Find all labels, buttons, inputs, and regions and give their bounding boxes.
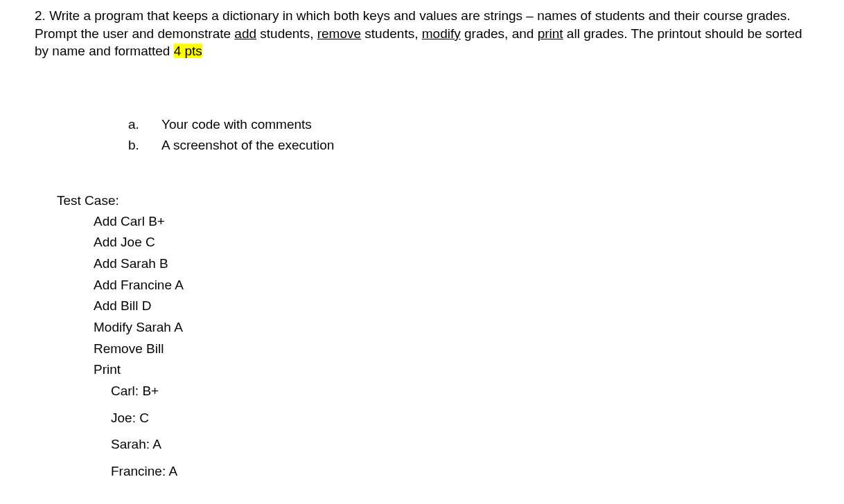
underline-remove: remove bbox=[317, 26, 361, 41]
question-text-3: students, bbox=[361, 26, 422, 41]
question-text-4: grades, and bbox=[461, 26, 538, 41]
underline-print: print bbox=[538, 26, 563, 41]
list-marker: b. bbox=[128, 136, 161, 154]
testcase-command: Add Joe C bbox=[94, 233, 809, 251]
testcase-command: Add Carl B+ bbox=[94, 213, 809, 231]
testcase-command: Print bbox=[94, 361, 809, 379]
testcase-command: Remove Bill bbox=[94, 340, 809, 358]
output-line: Joe: C bbox=[111, 409, 809, 427]
list-marker: a. bbox=[128, 116, 161, 134]
testcase-command: Add Francine A bbox=[94, 276, 809, 294]
question-number: 2. bbox=[35, 8, 46, 23]
testcase-commands: Add Carl B+ Add Joe C Add Sarah B Add Fr… bbox=[94, 213, 809, 379]
requirement-item: a. Your code with comments bbox=[128, 116, 809, 134]
question-prompt: 2. Write a program that keeps a dictiona… bbox=[35, 7, 809, 60]
output-line: Francine: A bbox=[111, 462, 809, 480]
testcase-command: Add Bill D bbox=[94, 297, 809, 315]
testcase-command: Add Sarah B bbox=[94, 255, 809, 273]
points-highlight: 4 pts bbox=[174, 44, 202, 58]
underline-add: add bbox=[234, 26, 256, 41]
list-text: A screenshot of the execution bbox=[161, 136, 334, 154]
testcase-command: Modify Sarah A bbox=[94, 318, 809, 336]
testcase-header: Test Case: bbox=[57, 192, 809, 210]
requirement-item: b. A screenshot of the execution bbox=[128, 136, 809, 154]
output-line: Carl: B+ bbox=[111, 382, 809, 400]
list-text: Your code with comments bbox=[161, 116, 312, 134]
requirements-list: a. Your code with comments b. A screensh… bbox=[128, 116, 809, 154]
output-line: Sarah: A bbox=[111, 435, 809, 453]
underline-modify: modify bbox=[422, 26, 461, 41]
question-text-2: students, bbox=[256, 26, 317, 41]
testcase-output: Carl: B+ Joe: C Sarah: A Francine: A bbox=[111, 382, 809, 480]
